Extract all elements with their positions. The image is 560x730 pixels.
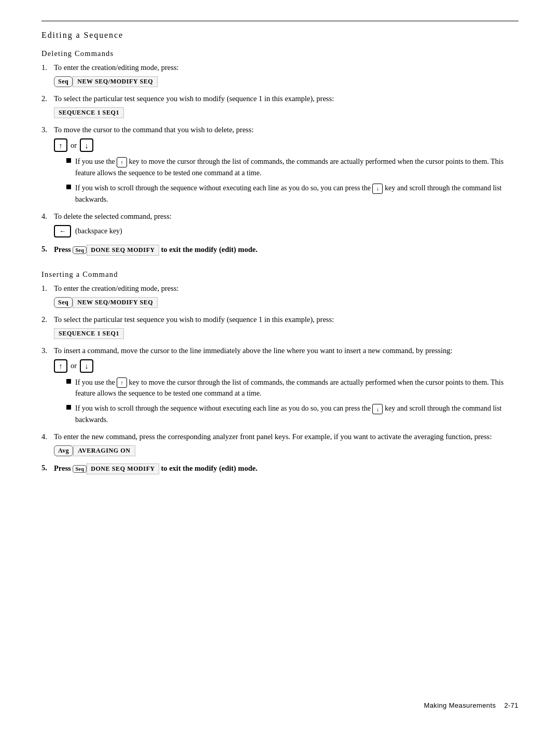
key-sequence1-seq1-2: SEQUENCE 1 SEQ1 [54,328,519,339]
step-text: To enter the creation/editing mode, pres… [54,63,519,72]
step-text: To select the particular test sequence y… [54,315,519,324]
subsection-inserting: Inserting a Command 1. To enter the crea… [41,270,519,475]
bullet-square-icon [66,185,71,189]
key-arrows-2: ↑ or ↓ [54,359,519,373]
seq-done-modify-key-1: SeqDONE SEQ MODIFY [73,245,159,256]
sequence1-key-2: SEQUENCE 1 SEQ1 [54,328,124,339]
bullet-text: If you wish to scroll through the sequen… [75,403,519,425]
bullet-square-icon [66,379,71,384]
step-num: 1. [41,284,54,293]
down-arrow-icon: ↓ [80,138,93,152]
step-num: 4. [41,212,54,221]
down-arrow-inline-2: ↓ [372,404,383,414]
done-seq-modify-key: DONE SEQ MODIFY [87,245,159,256]
key-arrows-1: ↑ or ↓ [54,138,519,152]
bullet-item: If you use the ↑ key to move the cursor … [66,377,519,399]
step-inserting-3: 3. To insert a command, move the cursor … [41,346,519,426]
up-arrow-inline-2: ↑ [117,377,127,388]
step-inserting-5: 5. Press SeqDONE SEQ MODIFY to exit the … [41,464,519,474]
down-arrow-icon-2: ↓ [80,359,93,373]
bullet-square-icon [66,158,71,163]
step-inserting-1: 1. To enter the creation/editing mode, p… [41,284,519,308]
step-text-5: Press SeqDONE SEQ MODIFY to exit the mod… [54,245,519,256]
key-backspace-1: ← (backspace key) [54,225,519,237]
step-deleting-2: 2. To select the particular test sequenc… [41,94,519,118]
step-num: 4. [41,432,54,441]
subsection-title-deleting: Deleting Commands [41,49,519,58]
up-arrow-icon-2: ↑ [54,359,67,373]
sequence1-key: SEQUENCE 1 SEQ1 [54,107,124,118]
top-rule [41,21,519,21]
bullet-square-icon [66,405,71,410]
step-inserting-4: 4. To enter the new command, press the c… [41,432,519,456]
seq-key-small-2: Seq [73,465,87,473]
step-num-5: 5. [41,245,54,254]
avg-key-label: Avg [54,445,73,456]
step-num: 3. [41,346,54,355]
seq-key-small: Seq [73,246,87,254]
subsection-title-inserting: Inserting a Command [41,270,519,279]
step-num: 1. [41,63,54,72]
footer-text: Making Measurements 2-71 [424,701,519,709]
new-seq-modify-key-2: NEW SEQ/MODIFY SEQ [73,297,158,308]
seq-done-modify-key-2: SeqDONE SEQ MODIFY [73,464,159,474]
step-text: To enter the creation/editing mode, pres… [54,284,519,293]
key-new-seq-modify-2: Seq NEW SEQ/MODIFY SEQ [54,297,519,308]
backspace-label: (backspace key) [75,227,122,235]
step-text: To enter the new command, press the corr… [54,432,519,441]
up-arrow-inline: ↑ [117,157,127,167]
bullet-text: If you use the ↑ key to move the cursor … [75,156,519,178]
or-text: or [71,141,77,150]
step-inserting-2: 2. To select the particular test sequenc… [41,315,519,339]
averaging-on-key: AVERAGING ON [73,445,135,456]
up-arrow-icon: ↑ [54,138,67,152]
page-section-title: Editing a Sequence [41,31,519,40]
key-new-seq-modify-1: Seq NEW SEQ/MODIFY SEQ [54,76,519,87]
step-text: To select the particular test sequence y… [54,94,519,103]
bullet-list-deleting-3: If you use the ↑ key to move the cursor … [66,156,519,205]
bullet-item: If you wish to scroll through the sequen… [66,182,519,205]
step-deleting-1: 1. To enter the creation/editing mode, p… [41,63,519,87]
down-arrow-inline: ↓ [372,184,383,194]
new-seq-modify-key: NEW SEQ/MODIFY SEQ [73,76,158,87]
bullet-text: If you use the ↑ key to move the cursor … [75,377,519,399]
backspace-icon: ← [54,225,71,237]
subsection-deleting: Deleting Commands 1. To enter the creati… [41,49,519,256]
key-sequence1-seq1-1: SEQUENCE 1 SEQ1 [54,107,519,118]
bullet-list-inserting-3: If you use the ↑ key to move the cursor … [66,377,519,426]
step-num: 2. [41,315,54,324]
step-num: 2. [41,94,54,103]
bullet-item: If you use the ↑ key to move the cursor … [66,156,519,178]
footer-left: Making Measurements [424,701,496,709]
step-num-5b: 5. [41,464,54,472]
step-deleting-4: 4. To delete the selected command, press… [41,212,519,237]
bullet-item: If you wish to scroll through the sequen… [66,403,519,425]
seq-key-label: Seq [54,297,73,308]
step-num: 3. [41,125,54,134]
step-deleting-5: 5. Press SeqDONE SEQ MODIFY to exit the … [41,245,519,256]
page-footer: Making Measurements 2-71 [0,701,560,709]
done-seq-modify-key-2: DONE SEQ MODIFY [87,464,159,474]
step-text: To insert a command, move the cursor to … [54,346,519,355]
step-text-5b: Press SeqDONE SEQ MODIFY to exit the mod… [54,464,519,474]
step-deleting-3: 3. To move the cursor to the command tha… [41,125,519,205]
key-averaging-on: Avg AVERAGING ON [54,445,519,456]
or-text-2: or [71,361,77,370]
seq-key-label: Seq [54,76,73,87]
step-text: To delete the selected command, press: [54,212,519,221]
footer-right: 2-71 [504,701,519,709]
bullet-text: If you wish to scroll through the sequen… [75,182,519,205]
step-text: To move the cursor to the command that y… [54,125,519,134]
